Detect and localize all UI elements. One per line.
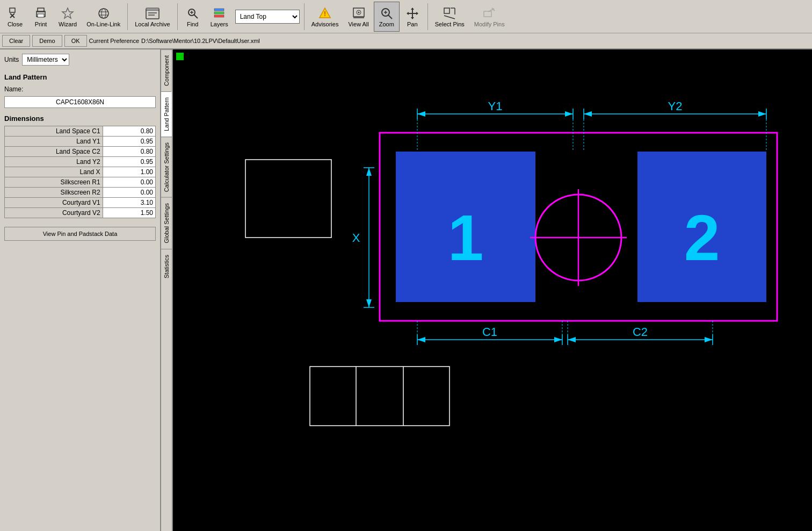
svg-marker-85: [568, 337, 576, 342]
tab-land-pattern[interactable]: Land Pattern: [161, 91, 172, 137]
tab-component[interactable]: Component: [161, 49, 172, 91]
svg-marker-35: [411, 17, 414, 19]
dim-value-3: 0.95: [103, 157, 155, 167]
svg-marker-63: [584, 111, 592, 117]
pan-icon: [405, 6, 420, 21]
tab-calculator-settings[interactable]: Calculator Settings: [161, 137, 172, 197]
local-archive-label: Local Archive: [135, 21, 170, 27]
svg-marker-70: [366, 299, 372, 307]
find-button[interactable]: Find: [180, 2, 206, 32]
online-link-label: On-Line-Link: [86, 21, 120, 27]
ok-button[interactable]: OK: [64, 35, 87, 47]
select-pins-button[interactable]: Select Pins: [430, 2, 469, 32]
svg-text:X: X: [352, 231, 360, 245]
svg-marker-34: [411, 8, 414, 10]
svg-marker-58: [565, 111, 573, 117]
dim-row-3: Land Y20.95: [5, 157, 156, 167]
zoom-icon: [379, 6, 394, 21]
zoom-button[interactable]: Zoom: [374, 2, 400, 32]
select-pins-label: Select Pins: [435, 21, 465, 27]
layers-button[interactable]: Layers: [206, 2, 233, 32]
view-all-button[interactable]: View All: [343, 2, 373, 32]
local-archive-icon: [145, 6, 160, 21]
svg-rect-45: [245, 160, 331, 238]
svg-line-29: [388, 15, 392, 19]
svg-rect-11: [146, 9, 159, 19]
layer-dropdown[interactable]: Land Top: [235, 10, 300, 24]
svg-line-39: [444, 16, 455, 19]
clear-button[interactable]: Clear: [2, 35, 30, 47]
svg-text:2: 2: [684, 202, 720, 274]
svg-marker-64: [758, 111, 766, 117]
land-pattern-title: Land Pattern: [4, 73, 156, 81]
online-link-button[interactable]: On-Line-Link: [82, 2, 125, 32]
wizard-icon: [60, 6, 75, 21]
tab-statistics[interactable]: Statistics: [161, 249, 172, 284]
dim-row-2: Land Space C20.80: [5, 147, 156, 157]
dim-row-0: Land Space C10.80: [5, 126, 156, 137]
dimensions-label: Dimensions: [4, 114, 156, 123]
separator4: [427, 3, 428, 30]
wizard-button[interactable]: Wizard: [54, 2, 82, 32]
tab-global-settings[interactable]: Global Settings: [161, 197, 172, 249]
layer-select[interactable]: Land Top: [235, 10, 300, 24]
dim-row-6: Silkscreen R20.00: [5, 188, 156, 198]
close-icon: [8, 6, 23, 21]
svg-text:Y2: Y2: [668, 99, 683, 113]
svg-rect-92: [310, 367, 450, 426]
svg-rect-42: [484, 11, 491, 17]
view-pin-padstack-button[interactable]: View Pin and Padstack Data: [4, 227, 156, 241]
svg-text:!: !: [324, 10, 326, 18]
svg-rect-19: [214, 9, 224, 11]
main-toolbar: Close Print Wizard On-L: [0, 0, 812, 33]
svg-marker-79: [417, 337, 425, 342]
svg-rect-38: [444, 8, 450, 13]
canvas-area: 1 2 Y1 Y2: [173, 49, 812, 531]
main-area: Units Millimeters Land Pattern Name: Dim…: [0, 49, 812, 531]
name-input[interactable]: [4, 96, 156, 108]
local-archive-button[interactable]: Local Archive: [130, 2, 175, 32]
view-all-label: View All: [348, 21, 368, 27]
pan-button[interactable]: Pan: [400, 2, 425, 32]
dim-label-8: Courtyard V2: [5, 208, 103, 218]
layers-label: Layers: [211, 21, 228, 27]
svg-rect-20: [214, 12, 224, 14]
separator1: [127, 3, 128, 30]
svg-marker-69: [366, 168, 372, 176]
close-label: Close: [8, 21, 23, 27]
svg-marker-36: [407, 12, 409, 15]
dim-value-1: 0.95: [103, 137, 155, 147]
pref-path: D:\Software\Mentor\10.2LPV\DefaultUser.x…: [141, 38, 260, 44]
svg-text:Y1: Y1: [488, 99, 503, 113]
pan-label: Pan: [407, 21, 418, 27]
close-button[interactable]: Close: [2, 2, 28, 32]
svg-rect-21: [214, 15, 224, 17]
svg-point-7: [99, 9, 108, 18]
print-button[interactable]: Print: [28, 2, 54, 32]
svg-marker-6: [62, 8, 73, 18]
dim-value-2: 0.80: [103, 147, 155, 157]
svg-marker-57: [417, 111, 425, 117]
demo-button[interactable]: Demo: [32, 35, 62, 47]
current-pref-label: Current Preference: [89, 38, 140, 44]
advisories-button[interactable]: ! Advisories: [307, 2, 344, 32]
modify-pins-label: Modify Pins: [474, 21, 505, 27]
svg-text:1: 1: [448, 202, 484, 274]
units-select[interactable]: Millimeters: [22, 54, 69, 66]
dim-row-5: Silkscreen R10.00: [5, 177, 156, 188]
advisories-label: Advisories: [311, 21, 339, 27]
dim-value-8: 1.50: [103, 208, 155, 218]
svg-point-8: [102, 9, 106, 18]
svg-marker-86: [705, 337, 713, 342]
modify-pins-button[interactable]: Modify Pins: [469, 2, 510, 32]
canvas-svg: 1 2 Y1 Y2: [173, 49, 812, 531]
modify-pins-icon: [482, 6, 497, 21]
svg-rect-13: [148, 12, 157, 13]
layers-icon: [212, 6, 227, 21]
dim-label-6: Silkscreen R2: [5, 188, 103, 198]
print-label: Print: [35, 21, 47, 27]
find-icon: [185, 6, 200, 21]
dim-value-0: 0.80: [103, 126, 155, 137]
dim-value-6: 0.00: [103, 188, 155, 198]
print-icon: [33, 6, 48, 21]
